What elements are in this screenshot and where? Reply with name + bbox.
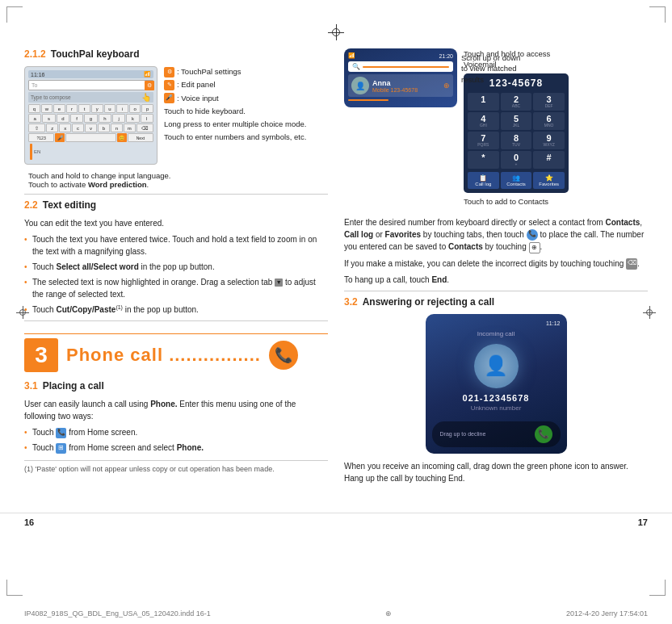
dial-key-hash[interactable]: # [533,151,565,169]
key-backspace[interactable]: ⌫ [136,124,153,132]
dial-key-5-letters: JKL [502,124,531,128]
divider-3 [344,291,648,291]
answer-call-btn[interactable]: 📞 [535,425,552,443]
key-next[interactable]: Next [128,133,153,142]
dial-key-6[interactable]: 6 MNO [533,112,565,130]
key-j[interactable]: j [112,114,125,123]
key-q[interactable]: q [28,104,40,113]
key-voice[interactable]: 🎤 [55,133,65,142]
incoming-call-body: When you receive an incoming call, drag … [344,460,648,484]
key-f[interactable]: f [70,114,83,123]
dial-key-star[interactable]: * [468,151,499,169]
key-k[interactable]: k [126,114,139,123]
contact-action-icon[interactable]: ⊕ [443,82,450,90]
divider-2 [24,320,328,321]
favorites-label: Favorites [534,182,564,186]
dial-key-hash-num: # [535,153,563,162]
dial-key-8-letters: TUV [502,143,531,147]
annotation-numbers-symbols: Touch to enter numbers and symbols, etc. [164,132,306,143]
dial-key-7[interactable]: 7 PQRS [468,132,499,149]
contact-row-anna[interactable]: 👤 Anna Mobile 123-45678 ⊕ [348,74,453,97]
key-123[interactable]: ?123 [28,133,54,142]
cut-copy-paste-label: Cut/Copy/Paste [56,305,116,314]
crosshair-icon [328,24,344,40]
key-b[interactable]: b [98,124,110,132]
grid-icon: ⊞ [56,443,66,454]
key-r[interactable]: r [66,104,78,113]
key-o[interactable]: o [129,104,141,113]
phone-home-icon: 📞 [56,428,66,438]
incoming-call-wrapper: 11:12 Incoming call 👤 021-12345678 Unkno… [344,314,648,454]
footnote-marker: (1) [116,304,123,310]
settings-icon: ⚙ [164,67,174,77]
section-2-2-num: 2.2 [24,199,38,211]
dial-key-6-num: 6 [535,115,563,124]
dial-key-5[interactable]: 5 JKL [501,112,532,130]
key-x[interactable]: x [59,124,71,132]
chapter-3-num: 3 [24,338,58,372]
dial-key-4-num: 4 [469,115,498,124]
dial-key-1-num: 1 [469,95,498,104]
key-h[interactable]: h [99,114,111,123]
key-t[interactable]: t [78,104,90,113]
delete-icon: ⌫ [626,258,637,270]
keyboard-compose-area: Type to compose 👆 [28,92,153,103]
anna-name: Anna [372,79,418,87]
key-space[interactable] [65,133,116,142]
call-log-icon: 📋 [468,174,498,182]
section-2-1-2-header: 2.1.2 TouchPal keyboard [24,48,328,60]
keyboard-bottom-annotations: Touch and hold to change input language.… [24,171,328,189]
key-d[interactable]: d [57,114,69,123]
dial-key-4[interactable]: 4 GHI [468,112,499,130]
annotation-hide-text: Touch to hide keyboard. [164,107,246,115]
dial-key-1[interactable]: 1 [468,93,499,111]
dial-key-6-letters: MNO [535,124,563,128]
call-button-icon: 📞 [527,229,538,241]
key-z[interactable]: z [46,124,58,132]
crosshair-circle [332,28,340,36]
keyboard-row-3: ⇧ z x c v b n m ⌫ [28,124,153,132]
save-contacts-icon: ⊕ [529,242,540,253]
key-p[interactable]: p [141,104,153,113]
key-s[interactable]: s [42,114,55,123]
right-crosshair-icon [643,306,656,319]
key-e[interactable]: e [53,104,65,113]
annotation-change-language: Touch and hold to change input language. [28,171,328,180]
key-w[interactable]: w [41,104,53,113]
key-c[interactable]: c [72,124,84,132]
key-shift[interactable]: ⇧ [28,124,45,132]
bullet-3: The selected text is now highlighted in … [24,276,328,300]
key-g[interactable]: g [84,114,97,123]
dial-key-2[interactable]: 2 ABC [501,93,532,111]
dial-key-9[interactable]: 9 WXYZ [533,132,565,149]
key-a[interactable]: a [28,114,41,123]
contacts-btn[interactable]: 👥 Contacts [501,172,532,189]
section-2-1-2-num: 2.1.2 [24,48,46,60]
annotation-word-prediction: Touch to activate Word prediction. [28,180,328,189]
key-n[interactable]: n [111,124,123,132]
contact-time: 21:20 [439,53,453,59]
keyboard-type-placeholder: Type to compose [31,94,71,100]
annotation-long-press: Long press to enter multiple choice mode… [164,119,306,130]
dial-key-8[interactable]: 8 TUV [501,132,532,149]
key-i[interactable]: i [116,104,128,113]
favorites-btn[interactable]: ⭐ Favorites [533,172,565,189]
key-emoji[interactable]: 😊 [117,133,127,142]
call-log-btn[interactable]: 📋 Call log [468,172,499,189]
phone-call-icon: 📞 [269,341,298,370]
key-y[interactable]: y [91,104,103,113]
keyboard-to-field[interactable]: To ⚙ [28,80,153,90]
key-v[interactable]: v [85,124,97,132]
key-u[interactable]: u [104,104,116,113]
key-m[interactable]: m [124,124,136,132]
bullet-1-text: Touch the text you have entered twice. T… [32,235,317,256]
favorites-label-text: Favorites [385,230,421,239]
dial-key-4-letters: GHI [469,124,498,128]
incoming-call-label: Incoming call [432,330,561,337]
orange-indicator-bar [348,99,388,101]
contact-search-bar[interactable]: 🔍 [348,61,453,72]
dial-key-3[interactable]: 3 DEF [533,93,565,111]
dial-key-0[interactable]: 0 + [501,151,532,169]
key-l[interactable]: l [141,114,153,123]
corner-mark-bl [6,580,23,596]
